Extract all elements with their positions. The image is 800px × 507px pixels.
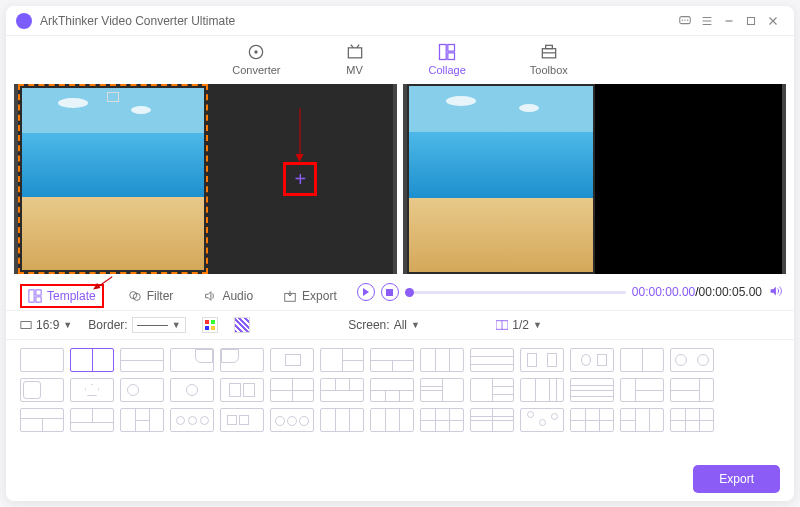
svg-rect-4 (748, 17, 755, 24)
play-icon (362, 288, 370, 296)
template-item[interactable] (570, 378, 614, 402)
template-item[interactable] (20, 378, 64, 402)
border-select[interactable]: Border: ▼ (88, 317, 185, 333)
template-item[interactable] (220, 348, 264, 372)
close-button[interactable] (762, 10, 784, 32)
template-item[interactable] (320, 408, 364, 432)
media-thumbnail (22, 88, 204, 270)
template-item[interactable] (70, 378, 114, 402)
template-item[interactable] (470, 378, 514, 402)
svg-rect-14 (36, 290, 41, 295)
border-color-button[interactable] (202, 317, 218, 333)
template-item[interactable] (370, 408, 414, 432)
template-item[interactable] (520, 348, 564, 372)
export-button[interactable]: Export (693, 465, 780, 493)
template-item[interactable] (320, 348, 364, 372)
screen-select[interactable]: Screen: All ▼ (348, 318, 420, 332)
template-item[interactable] (70, 348, 114, 372)
volume-button[interactable] (768, 284, 782, 301)
template-item[interactable] (270, 348, 314, 372)
screen-value: All (394, 318, 407, 332)
template-item[interactable] (370, 348, 414, 372)
tab-converter[interactable]: Converter (232, 42, 280, 76)
template-item[interactable] (670, 348, 714, 372)
feedback-icon[interactable] (674, 10, 696, 32)
template-item[interactable] (70, 408, 114, 432)
template-item[interactable] (370, 378, 414, 402)
template-item[interactable] (520, 408, 564, 432)
aspect-ratio-select[interactable]: 16:9 ▼ (20, 318, 72, 332)
play-button[interactable] (357, 283, 375, 301)
template-options-bar: 16:9 ▼ Border: ▼ Screen: All ▼ 1/2 ▼ (6, 310, 794, 340)
main-tabs: Converter MV Collage Toolbox (6, 36, 794, 84)
template-item[interactable] (20, 408, 64, 432)
menu-icon[interactable] (696, 10, 718, 32)
template-item[interactable] (570, 348, 614, 372)
annotation-arrow-icon (96, 276, 113, 288)
template-item[interactable] (270, 378, 314, 402)
slot-settings-icon[interactable] (107, 92, 119, 102)
svg-rect-22 (211, 320, 215, 324)
template-item[interactable] (420, 378, 464, 402)
collage-slot-1[interactable] (18, 84, 208, 274)
subtab-audio[interactable]: Audio (197, 286, 259, 306)
svg-rect-9 (448, 45, 455, 52)
template-item[interactable] (620, 408, 664, 432)
template-item[interactable] (620, 348, 664, 372)
subtab-filter[interactable]: Filter (122, 286, 180, 306)
add-media-button[interactable]: + (283, 162, 317, 196)
tab-collage[interactable]: Collage (429, 42, 466, 76)
template-item[interactable] (120, 408, 164, 432)
template-item[interactable] (470, 408, 514, 432)
minimize-button[interactable] (718, 10, 740, 32)
volume-icon (768, 284, 782, 298)
template-item[interactable] (420, 348, 464, 372)
border-pattern-button[interactable] (234, 317, 250, 333)
color-grid-icon (205, 320, 215, 330)
template-item[interactable] (270, 408, 314, 432)
edge-right (782, 84, 786, 274)
maximize-button[interactable] (740, 10, 762, 32)
template-item[interactable] (220, 408, 264, 432)
template-icon (28, 289, 42, 303)
template-item[interactable] (220, 378, 264, 402)
template-item[interactable] (570, 408, 614, 432)
template-item[interactable] (670, 378, 714, 402)
edge-right (393, 84, 397, 274)
tab-toolbox[interactable]: Toolbox (530, 42, 568, 76)
template-item[interactable] (520, 378, 564, 402)
split-select[interactable]: 1/2 ▼ (496, 318, 542, 332)
subtab-export[interactable]: Export (277, 286, 343, 306)
tab-label: Toolbox (530, 64, 568, 76)
template-item[interactable] (170, 408, 214, 432)
stop-button[interactable] (381, 283, 399, 301)
template-item[interactable] (470, 348, 514, 372)
chevron-down-icon: ▼ (533, 320, 542, 330)
svg-rect-10 (448, 53, 455, 60)
template-item[interactable] (120, 378, 164, 402)
svg-rect-20 (21, 322, 31, 329)
svg-rect-21 (205, 320, 209, 324)
template-item[interactable] (120, 348, 164, 372)
collage-slot-2[interactable]: + (208, 84, 394, 274)
app-window: ArkThinker Video Converter Ultimate Conv… (6, 6, 794, 501)
template-item[interactable] (170, 378, 214, 402)
template-item[interactable] (620, 378, 664, 402)
border-label: Border: (88, 318, 127, 332)
tab-mv[interactable]: MV (345, 42, 365, 76)
svg-point-3 (687, 19, 688, 20)
template-item[interactable] (20, 348, 64, 372)
subtab-label: Export (302, 289, 337, 303)
sub-tabs: Template Filter Audio Export (6, 274, 357, 310)
seek-slider[interactable] (405, 291, 626, 294)
preview-player (403, 84, 786, 274)
app-logo-icon (16, 13, 32, 29)
template-item[interactable] (170, 348, 214, 372)
footer-bar: Export (6, 457, 794, 501)
svg-rect-24 (211, 326, 215, 330)
template-item[interactable] (670, 408, 714, 432)
template-item[interactable] (420, 408, 464, 432)
preview-slot-1 (407, 84, 595, 274)
template-item[interactable] (320, 378, 364, 402)
secondary-bar: Template Filter Audio Export (6, 274, 794, 310)
